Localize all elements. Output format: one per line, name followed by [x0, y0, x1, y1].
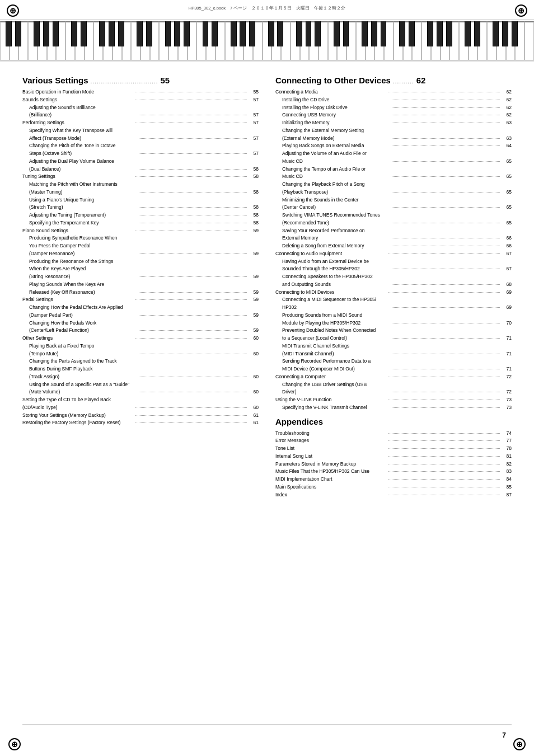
toc-page: 61 [249, 419, 259, 426]
toc-entry-text: (Brilliance) [29, 111, 137, 119]
toc-dots [392, 118, 500, 123]
toc-entry: Music CD 65 [275, 173, 512, 180]
toc-dots [392, 134, 500, 139]
toc-entry: Connecting to MIDI Devices 69 [275, 289, 512, 296]
toc-entry: Index 87 [275, 491, 512, 499]
right-heading-text: Connecting to Other Devices [275, 76, 391, 85]
top-area: ⊕ ⊕ HP305_302_e.book 7 ページ ２０１０年１月５日 火曜日… [0, 0, 534, 62]
white-key [131, 21, 140, 60]
toc-dots [139, 203, 247, 208]
toc-dots [135, 95, 247, 100]
toc-page: 67 [502, 250, 512, 257]
toc-page: 66 [502, 242, 512, 250]
toc-entry: (Damper Resonance) 59 [22, 250, 259, 257]
toc-entry-text: Pedal Settings [22, 296, 134, 303]
toc-page: 60 [249, 335, 259, 342]
toc-page: 55 [249, 88, 259, 96]
toc-entry-text: Main Specifications [275, 483, 387, 491]
toc-dots [135, 418, 247, 423]
toc-entry: (Master Tuning) 58 [22, 189, 259, 196]
corner-tr-circle: ⊕ [515, 4, 527, 17]
toc-entry: Connecting to Audio Equipment 67 [275, 250, 512, 257]
toc-entry: (Mute Volume) 60 [22, 388, 259, 396]
toc-dots [388, 372, 500, 377]
toc-page: 87 [502, 491, 512, 499]
toc-page: 58 [249, 204, 259, 211]
toc-entry-text: Module by Playing the HP305/HP302 [282, 320, 390, 327]
toc-dots [388, 452, 500, 457]
toc-page: 84 [502, 476, 512, 483]
toc-page: 73 [502, 404, 512, 411]
toc-entry-text: (CD/Audio Type) [22, 404, 134, 411]
toc-dots [139, 326, 247, 331]
toc-page: 57 [249, 96, 259, 104]
header-file-info: HP305_302_e.book 7 ページ ２０１０年１月５日 火曜日 午後１… [189, 6, 346, 11]
toc-entry-text: Producing Sympathetic Resonance When [29, 234, 259, 242]
toc-entry-text: Connecting to MIDI Devices [275, 289, 387, 296]
white-key [178, 21, 188, 60]
toc-entry-text: Storing Your Settings (Memory Backup) [22, 412, 134, 419]
toc-entry-text: Internal Song List [275, 453, 387, 460]
toc-dots [139, 218, 247, 223]
toc-entry: Sounded Through the HP305/HP302 67 [275, 265, 512, 273]
toc-entry: (Recommended Tone) 65 [275, 219, 512, 227]
left-toc: Basic Operation in Function Mode 55 Soun… [22, 88, 259, 426]
toc-dots [392, 95, 500, 100]
piano-keys-container [0, 21, 534, 60]
toc-page: 57 [249, 135, 259, 142]
toc-dots [392, 264, 500, 269]
toc-page: 58 [249, 166, 259, 173]
toc-entry: Affect (Transpose Mode) 57 [22, 135, 259, 142]
white-key [243, 21, 253, 60]
toc-entry-text: Connecting a Computer [275, 373, 387, 381]
toc-entry: Initializing the Memory 63 [275, 119, 512, 126]
white-key [496, 21, 506, 60]
toc-page: 57 [249, 111, 259, 119]
toc-page: 58 [249, 173, 259, 180]
white-key [421, 21, 431, 60]
toc-entry-text: MIDI Implementation Chart [275, 476, 387, 483]
white-key [103, 21, 113, 60]
toc-entry: (MIDI Transmit Channel) 71 [275, 350, 512, 358]
toc-page: 74 [502, 430, 512, 437]
white-key [441, 21, 450, 60]
toc-entry-text: Performing Settings [22, 119, 134, 126]
toc-entry-text: (Center Cancel) [282, 204, 390, 211]
white-key [328, 21, 338, 60]
toc-entry: Pedal Settings 59 [22, 296, 259, 303]
toc-entry-text: Connecting USB Memory [282, 111, 390, 119]
toc-dots [392, 110, 500, 115]
white-key [403, 21, 413, 60]
white-key [394, 21, 403, 60]
toc-dots [139, 272, 247, 277]
toc-entry-text: (Dual Balance) [29, 166, 137, 173]
toc-dots [392, 103, 500, 108]
toc-page: 59 [249, 227, 259, 234]
piano-white-keys [0, 21, 534, 60]
toc-dots [392, 141, 500, 146]
toc-entry-text: (Damper Pedal Part) [29, 312, 137, 319]
toc-page: 65 [502, 158, 512, 165]
white-key [469, 21, 478, 60]
toc-dots [139, 165, 247, 170]
white-key [0, 21, 10, 60]
left-heading-dots: ................................ [91, 78, 158, 84]
right-toc: Connecting a Media 62 Installing the CD … [275, 88, 512, 411]
toc-page: 59 [249, 312, 259, 319]
white-key [56, 21, 65, 60]
toc-entry-text: Piano Sound Settings [22, 227, 134, 234]
white-key [356, 21, 366, 60]
toc-dots [139, 372, 247, 377]
toc-entry-text: Troubleshooting [275, 430, 387, 437]
toc-page: 73 [502, 396, 512, 403]
toc-page: 69 [502, 304, 512, 311]
toc-dots [392, 303, 500, 308]
toc-dots [392, 218, 500, 223]
white-key [234, 21, 243, 60]
toc-dots [135, 118, 247, 123]
toc-page: 60 [249, 373, 259, 381]
toc-dots [139, 387, 247, 392]
toc-entry: Music CD 65 [275, 158, 512, 165]
white-key [291, 21, 300, 60]
toc-page: 71 [502, 335, 512, 342]
